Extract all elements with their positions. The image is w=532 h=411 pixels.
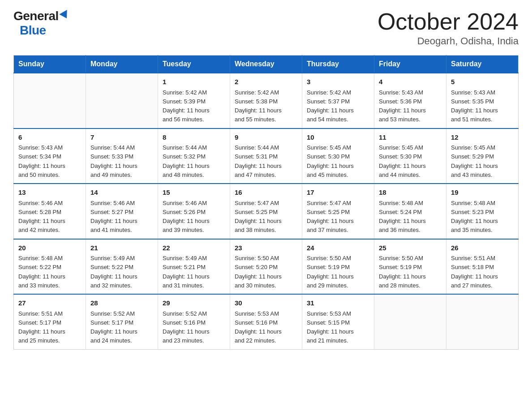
day-info: Sunrise: 5:48 AM Sunset: 5:22 PM Dayligh… xyxy=(18,255,65,289)
page-title: October 2024 xyxy=(378,9,519,34)
day-number: 13 xyxy=(18,188,81,198)
calendar-cell: 26Sunrise: 5:51 AM Sunset: 5:18 PM Dayli… xyxy=(446,239,519,295)
day-info: Sunrise: 5:43 AM Sunset: 5:34 PM Dayligh… xyxy=(18,144,65,178)
day-number: 10 xyxy=(307,133,369,143)
calendar-cell: 20Sunrise: 5:48 AM Sunset: 5:22 PM Dayli… xyxy=(14,239,86,295)
day-info: Sunrise: 5:46 AM Sunset: 5:26 PM Dayligh… xyxy=(163,200,210,234)
day-number: 8 xyxy=(163,133,225,143)
calendar-week-2: 6Sunrise: 5:43 AM Sunset: 5:34 PM Daylig… xyxy=(14,128,519,184)
calendar-cell xyxy=(14,73,86,128)
day-info: Sunrise: 5:46 AM Sunset: 5:27 PM Dayligh… xyxy=(90,200,137,234)
calendar-cell: 29Sunrise: 5:52 AM Sunset: 5:16 PM Dayli… xyxy=(158,294,230,349)
day-info: Sunrise: 5:51 AM Sunset: 5:18 PM Dayligh… xyxy=(451,255,498,289)
calendar-cell: 8Sunrise: 5:44 AM Sunset: 5:32 PM Daylig… xyxy=(158,128,230,184)
day-info: Sunrise: 5:49 AM Sunset: 5:22 PM Dayligh… xyxy=(90,255,137,289)
calendar-table: SundayMondayTuesdayWednesdayThursdayFrid… xyxy=(13,55,519,350)
calendar-cell: 1Sunrise: 5:42 AM Sunset: 5:39 PM Daylig… xyxy=(158,73,230,128)
calendar-cell: 27Sunrise: 5:51 AM Sunset: 5:17 PM Dayli… xyxy=(14,294,86,349)
day-info: Sunrise: 5:52 AM Sunset: 5:17 PM Dayligh… xyxy=(90,310,137,344)
day-number: 2 xyxy=(235,77,297,87)
day-number: 3 xyxy=(307,77,369,87)
calendar-cell: 3Sunrise: 5:42 AM Sunset: 5:37 PM Daylig… xyxy=(302,73,374,128)
day-of-week-saturday: Saturday xyxy=(446,56,519,73)
day-number: 26 xyxy=(451,243,514,253)
day-info: Sunrise: 5:48 AM Sunset: 5:24 PM Dayligh… xyxy=(379,200,426,234)
calendar-cell: 17Sunrise: 5:47 AM Sunset: 5:25 PM Dayli… xyxy=(302,184,374,239)
calendar-cell: 11Sunrise: 5:45 AM Sunset: 5:30 PM Dayli… xyxy=(374,128,446,184)
logo: General Blue xyxy=(13,9,69,38)
day-number: 27 xyxy=(18,298,81,308)
day-info: Sunrise: 5:50 AM Sunset: 5:19 PM Dayligh… xyxy=(307,255,354,289)
day-info: Sunrise: 5:45 AM Sunset: 5:30 PM Dayligh… xyxy=(379,144,426,178)
day-info: Sunrise: 5:42 AM Sunset: 5:39 PM Dayligh… xyxy=(163,89,210,123)
day-of-week-sunday: Sunday xyxy=(14,56,86,73)
calendar-cell: 21Sunrise: 5:49 AM Sunset: 5:22 PM Dayli… xyxy=(86,239,158,295)
day-number: 24 xyxy=(307,243,369,253)
day-number: 25 xyxy=(379,243,442,253)
day-of-week-tuesday: Tuesday xyxy=(158,56,230,73)
day-info: Sunrise: 5:52 AM Sunset: 5:16 PM Dayligh… xyxy=(163,310,210,344)
day-number: 29 xyxy=(163,298,225,308)
calendar-cell: 22Sunrise: 5:49 AM Sunset: 5:21 PM Dayli… xyxy=(158,239,230,295)
calendar-cell: 13Sunrise: 5:46 AM Sunset: 5:28 PM Dayli… xyxy=(14,184,86,239)
day-number: 18 xyxy=(379,188,442,198)
calendar-week-1: 1Sunrise: 5:42 AM Sunset: 5:39 PM Daylig… xyxy=(14,73,519,128)
day-info: Sunrise: 5:44 AM Sunset: 5:31 PM Dayligh… xyxy=(235,144,282,178)
day-of-week-thursday: Thursday xyxy=(302,56,374,73)
day-number: 15 xyxy=(163,188,225,198)
calendar-week-5: 27Sunrise: 5:51 AM Sunset: 5:17 PM Dayli… xyxy=(14,294,519,349)
calendar-week-4: 20Sunrise: 5:48 AM Sunset: 5:22 PM Dayli… xyxy=(14,239,519,295)
logo-triangle-icon xyxy=(59,10,70,21)
day-number: 28 xyxy=(90,298,153,308)
day-number: 16 xyxy=(235,188,297,198)
calendar-cell: 4Sunrise: 5:43 AM Sunset: 5:36 PM Daylig… xyxy=(374,73,446,128)
calendar-header: SundayMondayTuesdayWednesdayThursdayFrid… xyxy=(14,56,519,73)
day-number: 20 xyxy=(18,243,81,253)
calendar-cell: 6Sunrise: 5:43 AM Sunset: 5:34 PM Daylig… xyxy=(14,128,86,184)
day-number: 4 xyxy=(379,77,442,87)
day-info: Sunrise: 5:42 AM Sunset: 5:38 PM Dayligh… xyxy=(235,89,282,123)
calendar-cell xyxy=(446,294,519,349)
calendar-cell: 19Sunrise: 5:48 AM Sunset: 5:23 PM Dayli… xyxy=(446,184,519,239)
day-number: 23 xyxy=(235,243,297,253)
day-number: 21 xyxy=(90,243,153,253)
calendar-cell: 30Sunrise: 5:53 AM Sunset: 5:16 PM Dayli… xyxy=(230,294,302,349)
calendar-cell: 9Sunrise: 5:44 AM Sunset: 5:31 PM Daylig… xyxy=(230,128,302,184)
title-block: October 2024 Deogarh, Odisha, India xyxy=(378,9,519,47)
day-number: 9 xyxy=(235,133,297,143)
day-number: 17 xyxy=(307,188,369,198)
day-number: 11 xyxy=(379,133,442,143)
day-info: Sunrise: 5:47 AM Sunset: 5:25 PM Dayligh… xyxy=(235,200,282,234)
day-info: Sunrise: 5:50 AM Sunset: 5:19 PM Dayligh… xyxy=(379,255,426,289)
day-info: Sunrise: 5:53 AM Sunset: 5:15 PM Dayligh… xyxy=(307,310,354,344)
day-header-row: SundayMondayTuesdayWednesdayThursdayFrid… xyxy=(14,56,519,73)
calendar-week-3: 13Sunrise: 5:46 AM Sunset: 5:28 PM Dayli… xyxy=(14,184,519,239)
day-number: 1 xyxy=(163,77,225,87)
calendar-cell: 5Sunrise: 5:43 AM Sunset: 5:35 PM Daylig… xyxy=(446,73,519,128)
day-number: 5 xyxy=(451,77,514,87)
day-info: Sunrise: 5:50 AM Sunset: 5:20 PM Dayligh… xyxy=(235,255,282,289)
day-number: 30 xyxy=(235,298,297,308)
calendar-cell: 28Sunrise: 5:52 AM Sunset: 5:17 PM Dayli… xyxy=(86,294,158,349)
day-number: 7 xyxy=(90,133,153,143)
calendar-cell xyxy=(86,73,158,128)
day-number: 14 xyxy=(90,188,153,198)
day-info: Sunrise: 5:47 AM Sunset: 5:25 PM Dayligh… xyxy=(307,200,354,234)
day-of-week-wednesday: Wednesday xyxy=(230,56,302,73)
day-of-week-friday: Friday xyxy=(374,56,446,73)
day-of-week-monday: Monday xyxy=(86,56,158,73)
day-info: Sunrise: 5:49 AM Sunset: 5:21 PM Dayligh… xyxy=(163,255,210,289)
logo-blue-text: Blue xyxy=(20,23,46,37)
day-info: Sunrise: 5:45 AM Sunset: 5:29 PM Dayligh… xyxy=(451,144,498,178)
calendar-cell: 18Sunrise: 5:48 AM Sunset: 5:24 PM Dayli… xyxy=(374,184,446,239)
day-info: Sunrise: 5:45 AM Sunset: 5:30 PM Dayligh… xyxy=(307,144,354,178)
calendar-cell: 2Sunrise: 5:42 AM Sunset: 5:38 PM Daylig… xyxy=(230,73,302,128)
day-number: 12 xyxy=(451,133,514,143)
day-info: Sunrise: 5:44 AM Sunset: 5:32 PM Dayligh… xyxy=(163,144,210,178)
day-info: Sunrise: 5:43 AM Sunset: 5:36 PM Dayligh… xyxy=(379,89,426,123)
calendar-cell xyxy=(374,294,446,349)
day-number: 31 xyxy=(307,298,369,308)
calendar-cell: 12Sunrise: 5:45 AM Sunset: 5:29 PM Dayli… xyxy=(446,128,519,184)
calendar-cell: 23Sunrise: 5:50 AM Sunset: 5:20 PM Dayli… xyxy=(230,239,302,295)
day-number: 19 xyxy=(451,188,514,198)
